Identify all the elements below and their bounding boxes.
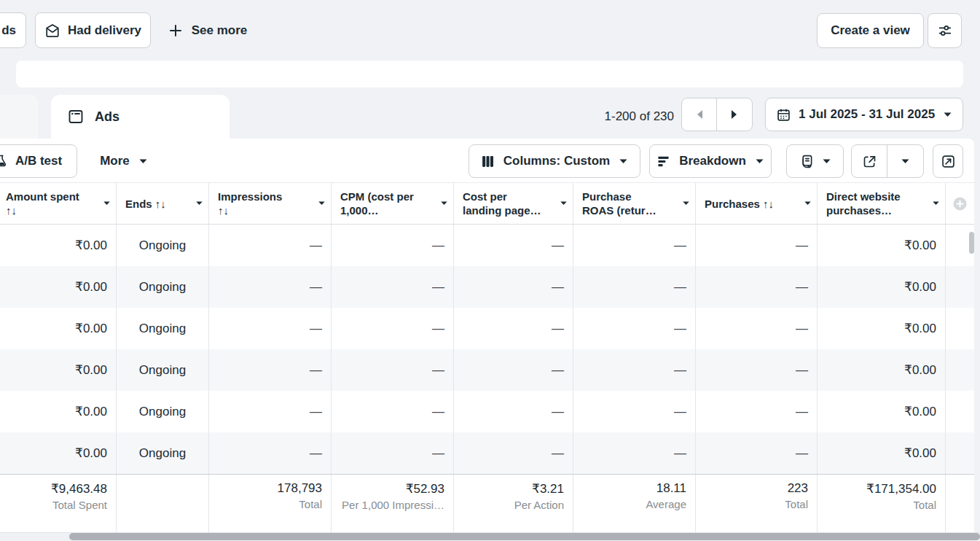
had-delivery-filter-button[interactable]: Had delivery [35,12,151,48]
charts-report-button[interactable] [933,144,963,178]
cell-direct-website-purchases: ₹0.00 [818,349,946,391]
breakdown-icon [656,155,670,168]
ads-window-icon [67,108,85,125]
filter-bar[interactable] [16,61,963,87]
chevron-down-icon[interactable] [560,201,568,206]
create-a-view-button[interactable]: Create a view [817,13,924,48]
cell-cpm: — [332,266,454,308]
more-menu-button[interactable]: More [92,144,156,178]
export-icon [862,154,877,169]
cell-impressions: — [209,391,332,432]
table-row[interactable]: ₹0.00 Ongoing — — — — — ₹0.00 [0,432,974,474]
cell-cpm: — [332,308,454,349]
cell-impressions: — [209,308,332,349]
total-purchases: 223 Total [696,475,818,519]
pagination-range: 1-200 of 230 [539,95,674,139]
cell-cost-per-landing-page: — [454,391,573,432]
column-header-direct-website-purchases[interactable]: Direct website purchases… [818,183,946,224]
cell-purchase-roas: — [573,432,696,474]
cell-cost-per-landing-page: — [454,349,573,391]
create-view-label: Create a view [831,23,910,38]
table-row[interactable]: ₹0.00 Ongoing — — — — — ₹0.00 [0,225,974,266]
cell-ends: Ongoing [117,266,209,308]
column-header-cpm[interactable]: CPM (cost per 1,000… [332,183,454,224]
cell-impressions: — [209,225,332,266]
vertical-scrollbar-thumb[interactable] [969,232,974,254]
export-options-button[interactable] [887,145,923,177]
tab-partial-left[interactable] [0,95,39,139]
cell-spacer [946,308,974,349]
chevron-down-icon [619,158,628,165]
chevron-down-icon [138,158,148,165]
cell-purchases: — [696,308,818,349]
add-column-button[interactable] [946,183,974,224]
chevron-down-icon[interactable] [318,201,326,206]
cell-purchases: — [696,349,818,391]
columns-label: Columns: Custom [503,154,610,168]
cell-amount-spent: ₹0.00 [0,349,117,391]
total-amount-spent: ₹9,463.48 Total Spent [0,475,117,519]
ab-test-button[interactable]: A/B test [0,144,77,178]
column-header-amount-spent[interactable]: Amount spent ↑↓ [0,183,117,224]
chevron-down-icon[interactable] [195,201,203,206]
cell-ends: Ongoing [117,432,209,474]
envelope-icon [44,23,60,39]
chevron-down-icon [822,158,831,165]
columns-menu-button[interactable]: Columns: Custom [469,144,640,178]
see-more-button[interactable]: See more [163,12,252,48]
column-header-purchases[interactable]: Purchases ↑↓ [696,183,818,224]
tab-ads[interactable]: Ads [51,95,230,139]
cell-ends: Ongoing [117,308,209,349]
column-header-ends[interactable]: Ends ↑↓ [117,183,209,224]
cell-direct-website-purchases: ₹0.00 [818,432,946,474]
cell-cost-per-landing-page: — [454,432,573,474]
chart-report-icon [941,154,956,169]
breakdown-label: Breakdown [679,154,746,168]
partial-filter-chip[interactable]: ds [0,12,26,48]
rules-menu-button[interactable] [786,144,844,178]
more-label: More [100,154,130,168]
total-cpm: ₹52.93 Per 1,000 Impressi… [332,475,454,519]
cell-cost-per-landing-page: — [454,225,573,266]
cell-cpm: — [332,391,454,432]
column-header-impressions[interactable]: Impressions ↑↓ [209,183,332,224]
chevron-left-icon [694,109,705,120]
column-header-cost-per-landing-page[interactable]: Cost per landing page… [454,183,573,224]
chevron-down-icon[interactable] [682,201,690,206]
chevron-down-icon[interactable] [932,201,940,206]
next-page-button[interactable] [717,98,752,131]
cell-purchases: — [696,266,818,308]
cell-cost-per-landing-page: — [454,308,573,349]
table-row[interactable]: ₹0.00 Ongoing — — — — — ₹0.00 [0,266,974,308]
cell-cpm: — [332,432,454,474]
cell-cpm: — [332,349,454,391]
horizontal-scrollbar-thumb[interactable] [69,533,980,540]
chevron-down-icon[interactable] [804,201,812,206]
total-purchase-roas: 18.11 Average [573,475,696,519]
total-cost-per-landing-page: ₹3.21 Per Action [454,475,573,519]
date-range-label: 1 Jul 2025 - 31 Jul 2025 [799,107,935,122]
breakdown-menu-button[interactable]: Breakdown [649,144,772,178]
cell-cost-per-landing-page: — [454,266,573,308]
date-range-picker[interactable]: 1 Jul 2025 - 31 Jul 2025 [765,98,963,131]
table-row[interactable]: ₹0.00 Ongoing — — — — — ₹0.00 [0,391,974,432]
add-circle-icon [953,197,967,211]
column-header-purchase-roas[interactable]: Purchase ROAS (retur… [573,183,696,224]
flask-icon [0,154,8,168]
chevron-down-icon [901,158,910,165]
cell-amount-spent: ₹0.00 [0,225,117,266]
cell-purchase-roas: — [573,391,696,432]
cell-purchase-roas: — [573,349,696,391]
total-direct-website-purchases: ₹171,354.00 Total [818,475,946,519]
cell-ends: Ongoing [117,225,209,266]
chevron-down-icon[interactable] [103,201,111,206]
ab-test-label: A/B test [15,154,62,168]
cell-purchase-roas: — [573,266,696,308]
table-row[interactable]: ₹0.00 Ongoing — — — — — ₹0.00 [0,349,974,391]
previous-page-button[interactable] [682,98,717,131]
cell-impressions: — [209,266,332,308]
table-row[interactable]: ₹0.00 Ongoing — — — — — ₹0.00 [0,308,974,349]
chevron-down-icon[interactable] [440,201,448,206]
export-button[interactable] [852,145,887,177]
filter-settings-button[interactable] [928,13,962,48]
